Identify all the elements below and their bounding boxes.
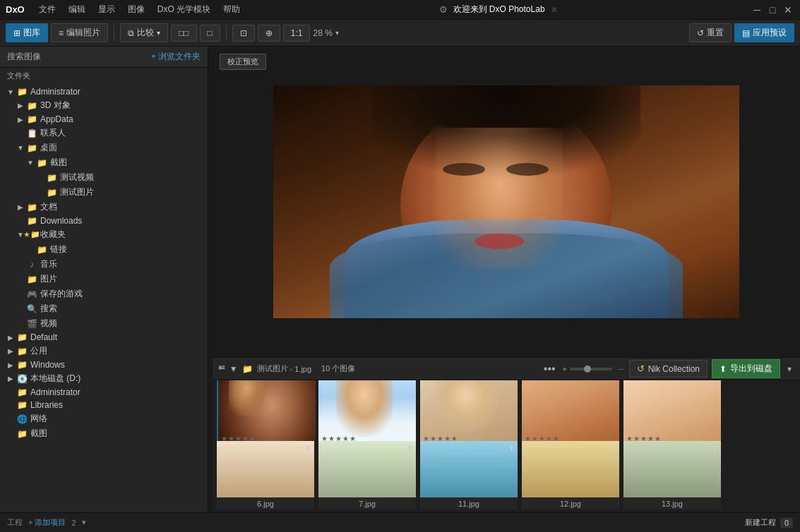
maximize-button[interactable]: □ bbox=[766, 4, 779, 16]
tree-item-administrator[interactable]: ▼ 📁 Administrator bbox=[0, 85, 208, 98]
tree-item-3d[interactable]: ▶ 📁 3D 对象 bbox=[0, 98, 208, 113]
thumbnail-6[interactable]: ⬆ 6.jpg bbox=[217, 441, 314, 509]
menu-help[interactable]: 帮助 bbox=[217, 1, 246, 18]
thumbnail-5[interactable]: ⬆ ★★★★★ 5.jpg bbox=[623, 380, 721, 441]
tab-close-icon[interactable]: ✕ bbox=[551, 5, 558, 15]
apply-preset-button[interactable]: ▤ 应用预设 bbox=[734, 23, 794, 42]
thumbnail-12[interactable]: ⬆ 12.jpg bbox=[522, 441, 619, 509]
thumbnail-1[interactable]: ⬆ ★★★★★ 1.jpg bbox=[217, 380, 314, 441]
menu-view[interactable]: 显示 bbox=[92, 1, 121, 18]
tree-item-test-image[interactable]: 📁 测试图片 bbox=[0, 185, 208, 200]
ratio-button[interactable]: 1:1 bbox=[283, 25, 311, 42]
star-5[interactable]: ★ bbox=[553, 435, 559, 442]
star-2[interactable]: ★ bbox=[228, 435, 234, 442]
star-1[interactable]: ★ bbox=[321, 435, 328, 442]
tree-item-videos[interactable]: 🎬 视频 bbox=[0, 316, 208, 331]
tree-item-contacts[interactable]: 📋 联系人 bbox=[0, 126, 208, 140]
edit-tab-button[interactable]: ≡ 编辑照片 bbox=[51, 23, 108, 42]
tree-item-windows[interactable]: ▶ 📁 Windows bbox=[0, 358, 208, 371]
tree-item-documents[interactable]: ▶ 📁 文档 bbox=[0, 200, 208, 214]
star-4[interactable]: ★ bbox=[342, 435, 349, 442]
tree-item-favorites[interactable]: ▼ ★📁 收藏夹 bbox=[0, 227, 208, 242]
star-3[interactable]: ★ bbox=[437, 435, 443, 442]
star-2[interactable]: ★ bbox=[532, 435, 538, 442]
star-4[interactable]: ★ bbox=[546, 435, 552, 442]
star-3[interactable]: ★ bbox=[539, 435, 545, 442]
menu-image[interactable]: 图像 bbox=[122, 1, 150, 18]
tree-item-downloads[interactable]: 📁 Downloads bbox=[0, 214, 208, 227]
thumbnail-4[interactable]: ⬆ ★★★★★ 4.jpg bbox=[522, 380, 619, 441]
tree-item-jietu2[interactable]: 📁 截图 bbox=[0, 426, 208, 441]
star-5[interactable]: ★ bbox=[451, 435, 458, 442]
star-1[interactable]: ★ bbox=[423, 435, 429, 442]
star-5[interactable]: ★ bbox=[249, 435, 256, 442]
star-4[interactable]: ★ bbox=[647, 435, 654, 442]
expand-arrow-icon[interactable]: ▶ bbox=[6, 375, 16, 382]
tree-item-admin2[interactable]: 📁 Administrator bbox=[0, 386, 208, 399]
expand-arrow-icon[interactable]: ▶ bbox=[6, 347, 16, 355]
minimize-button[interactable]: ─ bbox=[751, 4, 763, 16]
star-4[interactable]: ★ bbox=[242, 435, 249, 442]
expand-arrow-icon[interactable]: ▼ bbox=[16, 144, 25, 152]
tree-item-network[interactable]: 🌐 网络 bbox=[0, 411, 208, 426]
nik-collection-button[interactable]: ↺ Nik Collection bbox=[629, 360, 708, 377]
thumbnail-7[interactable]: ⬆ 7.jpg bbox=[318, 441, 416, 509]
slider-track[interactable] bbox=[570, 368, 612, 370]
expand-arrow-icon[interactable]: ▶ bbox=[6, 334, 16, 341]
filmstrip-scroll[interactable]: ⬆ ★★★★★ 1.jpg ⬆ ★★★★★ 2.jp bbox=[213, 380, 800, 441]
sort-button[interactable]: ᵃ² bbox=[218, 363, 225, 375]
star-5[interactable]: ★ bbox=[350, 435, 356, 442]
expand-arrow-icon[interactable]: ▼ bbox=[6, 88, 16, 96]
menu-file[interactable]: 文件 bbox=[33, 1, 61, 18]
more-options-button[interactable]: ••• bbox=[541, 363, 559, 375]
menu-edit[interactable]: 编辑 bbox=[63, 1, 91, 18]
tree-item-searches[interactable]: 🔍 搜索 bbox=[0, 301, 208, 316]
compare-button[interactable]: ⧉ 比较 ▾ bbox=[120, 23, 168, 42]
expand-arrow-icon[interactable]: ▼ bbox=[25, 159, 35, 167]
tree-item-appdata[interactable]: ▶ 📁 AppData bbox=[0, 113, 208, 126]
tree-item-libraries[interactable]: 📁 Libraries bbox=[0, 399, 208, 411]
tree-item-links[interactable]: 📁 链接 bbox=[0, 242, 208, 257]
tree-item-public[interactable]: ▶ 📁 公用 bbox=[0, 344, 208, 358]
star-1[interactable]: ★ bbox=[626, 435, 633, 442]
expand-arrow-icon[interactable]: ▶ bbox=[16, 116, 25, 123]
tree-item-test-video[interactable]: 📁 测试视频 bbox=[0, 170, 208, 185]
close-button[interactable]: ✕ bbox=[782, 4, 794, 16]
export-button[interactable]: ⬆ 导出到磁盘 bbox=[712, 359, 780, 378]
export-dropdown-arrow[interactable]: ▾ bbox=[784, 364, 794, 374]
expand-arrow-icon[interactable]: ▶ bbox=[16, 102, 25, 109]
tree-item-pictures[interactable]: 📁 图片 bbox=[0, 272, 208, 286]
star-3[interactable]: ★ bbox=[335, 435, 342, 442]
tree-item-music[interactable]: ♪ 音乐 bbox=[0, 257, 208, 272]
star-2[interactable]: ★ bbox=[328, 435, 335, 442]
crop-button[interactable]: ⊡ bbox=[232, 25, 255, 42]
move-button[interactable]: ⊕ bbox=[258, 25, 280, 42]
browse-folder-button[interactable]: + 浏览文件夹 bbox=[151, 51, 201, 63]
menu-optics[interactable]: DxO 光学模块 bbox=[152, 1, 216, 18]
tree-item-jietu[interactable]: ▼ 📁 截图 bbox=[0, 155, 208, 170]
correction-preview-button[interactable]: 校正预览 bbox=[220, 54, 266, 70]
tree-item-default[interactable]: ▶ 📁 Default bbox=[0, 331, 208, 344]
star-1[interactable]: ★ bbox=[525, 435, 531, 442]
library-tab-button[interactable]: ⊞ 图库 bbox=[6, 23, 48, 42]
filter-button[interactable]: ▼ bbox=[229, 364, 238, 374]
tree-item-saved-games[interactable]: 🎮 保存的游戏 bbox=[0, 286, 208, 301]
thumbnail-11[interactable]: ⬆ 11.jpg bbox=[420, 441, 518, 509]
layout-dual-button[interactable]: □□ bbox=[171, 25, 197, 42]
thumbnail-13[interactable]: ⬆ 13.jpg bbox=[623, 441, 721, 509]
add-project-button[interactable]: + 添加项目 bbox=[28, 517, 66, 528]
tree-item-desktop[interactable]: ▼ 📁 桌面 bbox=[0, 140, 208, 155]
expand-arrow-icon[interactable]: ▶ bbox=[6, 361, 16, 369]
reset-button[interactable]: ↺ 重置 bbox=[689, 23, 732, 42]
star-3[interactable]: ★ bbox=[640, 435, 647, 442]
star-2[interactable]: ★ bbox=[430, 435, 436, 442]
star-4[interactable]: ★ bbox=[444, 435, 450, 442]
tree-item-local-d[interactable]: ▶ 💽 本地磁盘 (D:) bbox=[0, 371, 208, 386]
slider-thumb[interactable] bbox=[584, 365, 591, 373]
expand-arrow-icon[interactable]: ▶ bbox=[16, 203, 25, 211]
star-5[interactable]: ★ bbox=[655, 435, 661, 442]
layout-single-button[interactable]: □ bbox=[200, 25, 220, 42]
thumbnail-2[interactable]: ⬆ ★★★★★ 2.jpg bbox=[318, 380, 416, 441]
star-3[interactable]: ★ bbox=[235, 435, 241, 442]
star-1[interactable]: ★ bbox=[221, 435, 227, 442]
